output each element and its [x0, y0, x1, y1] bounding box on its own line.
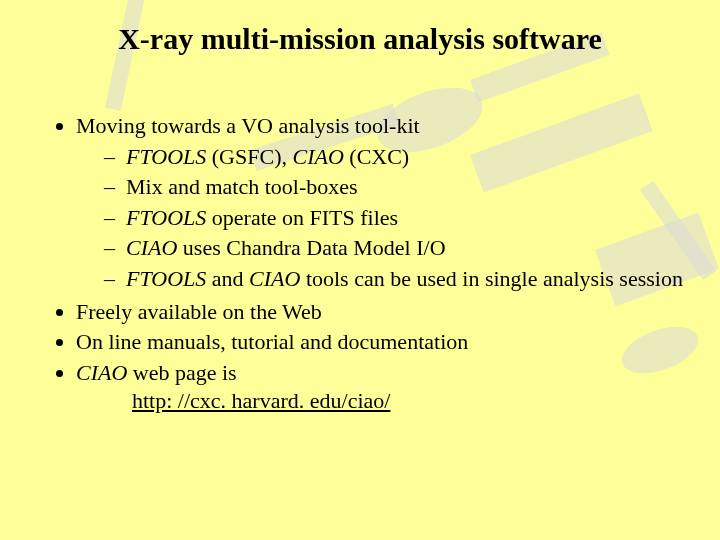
tool-name: CIAO [292, 144, 343, 169]
tool-name: CIAO [126, 235, 177, 260]
bullet-list: Moving towards a VO analysis tool-kit FT… [48, 112, 684, 416]
sub-item: CIAO uses Chandra Data Model I/O [104, 234, 684, 263]
tool-name: FTOOLS [126, 144, 206, 169]
slide-title: X-ray multi-mission analysis software [0, 22, 720, 56]
slide-body: Moving towards a VO analysis tool-kit FT… [48, 112, 684, 418]
link-line: http: //cxc. harvard. edu/ciao/ [76, 387, 684, 416]
text-run: tools can be used in single analysis ses… [300, 266, 683, 291]
text-run: (GSFC), [206, 144, 292, 169]
slide: X-ray multi-mission analysis software Mo… [0, 0, 720, 540]
bullet-text: Moving towards a VO analysis tool-kit [76, 113, 420, 138]
sub-list: FTOOLS (GSFC), CIAO (CXC) Mix and match … [76, 143, 684, 294]
bullet-item: CIAO web page is http: //cxc. harvard. e… [76, 359, 684, 416]
tool-name: FTOOLS [126, 205, 206, 230]
text-run: operate on FITS files [206, 205, 398, 230]
sub-item: FTOOLS operate on FITS files [104, 204, 684, 233]
bullet-item: On line manuals, tutorial and documentat… [76, 328, 684, 357]
sub-item: FTOOLS and CIAO tools can be used in sin… [104, 265, 684, 294]
tool-name: CIAO [76, 360, 127, 385]
sub-item: Mix and match tool-boxes [104, 173, 684, 202]
text-run: web page is [127, 360, 236, 385]
bullet-item: Moving towards a VO analysis tool-kit FT… [76, 112, 684, 294]
text-run: (CXC) [344, 144, 409, 169]
bullet-item: Freely available on the Web [76, 298, 684, 327]
text-run: uses Chandra Data Model I/O [177, 235, 445, 260]
ciao-link[interactable]: http: //cxc. harvard. edu/ciao/ [132, 388, 390, 413]
text-run: and [206, 266, 249, 291]
tool-name: CIAO [249, 266, 300, 291]
tool-name: FTOOLS [126, 266, 206, 291]
sub-item: FTOOLS (GSFC), CIAO (CXC) [104, 143, 684, 172]
